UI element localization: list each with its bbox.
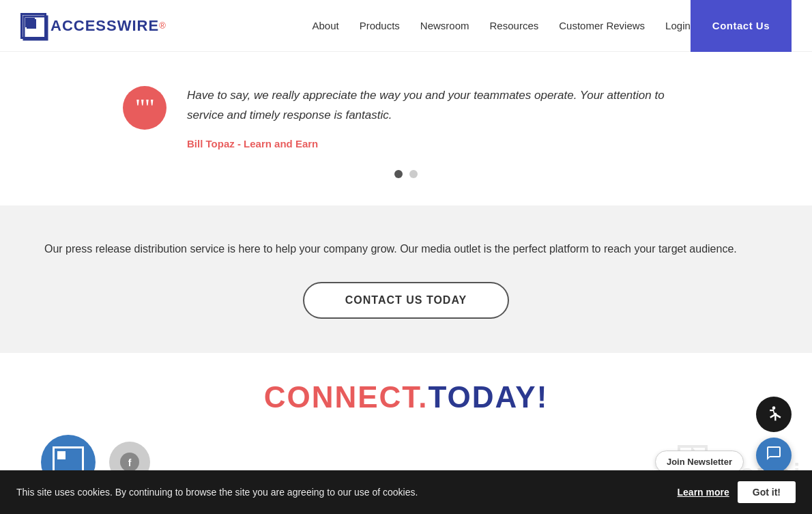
- svg-point-7: [772, 406, 776, 410]
- accessibility-button[interactable]: [756, 397, 792, 432]
- connect-word: CONNECT.: [264, 380, 429, 414]
- logo-registered: ®: [159, 20, 166, 31]
- nav-login[interactable]: Login: [665, 20, 691, 31]
- nav-products[interactable]: Products: [360, 20, 400, 31]
- svg-rect-1: [27, 19, 36, 29]
- footer-social-svg: f: [119, 452, 140, 472]
- quote-icon: [135, 100, 154, 116]
- today-word: TODAY!: [429, 380, 549, 414]
- cookie-message: This site uses cookies. By continuing to…: [16, 487, 669, 498]
- testimonial-section: Have to say, we really appreciate the wa…: [0, 52, 812, 205]
- nav-about[interactable]: About: [312, 20, 338, 31]
- cta-section: Our press release distribution service i…: [0, 205, 812, 353]
- logo-svg: [23, 15, 48, 41]
- navbar: ACCESSWIRE® About Products Newsroom Reso…: [0, 0, 812, 52]
- testimonial-author: Bill Topaz - Learn and Earn: [187, 138, 689, 149]
- carousel-dot-2[interactable]: [409, 170, 418, 178]
- cookie-got-it-button[interactable]: Got it!: [738, 481, 796, 503]
- carousel-dot-1[interactable]: [394, 170, 403, 178]
- cookie-banner: This site uses cookies. By continuing to…: [0, 470, 812, 514]
- testimonial-quote: Have to say, we really appreciate the wa…: [187, 86, 689, 126]
- carousel-dots: [123, 170, 689, 178]
- cookie-learn-more-link[interactable]: Learn more: [678, 487, 729, 498]
- chat-icon: [766, 445, 782, 466]
- svg-text:f: f: [128, 457, 132, 468]
- connect-section: CONNECT.TODAY!: [0, 353, 812, 428]
- logo[interactable]: ACCESSWIRE®: [20, 13, 166, 39]
- contact-us-today-button[interactable]: CONTACT US TODAY: [303, 282, 509, 319]
- connect-title: CONNECT.TODAY!: [41, 380, 771, 414]
- nav-customer-reviews[interactable]: Customer Reviews: [559, 20, 645, 31]
- nav-resources[interactable]: Resources: [490, 20, 539, 31]
- nav-links: About Products Newsroom Resources Custom…: [312, 20, 690, 32]
- nav-newsroom[interactable]: Newsroom: [420, 20, 469, 31]
- testimonial-content: Have to say, we really appreciate the wa…: [123, 86, 689, 149]
- logo-icon: [20, 13, 46, 39]
- logo-text: ACCESSWIRE: [50, 17, 159, 35]
- accessibility-icon: [764, 405, 783, 424]
- testimonial-text-block: Have to say, we really appreciate the wa…: [187, 86, 689, 149]
- quote-avatar: [123, 86, 166, 130]
- cta-description: Our press release distribution service i…: [44, 240, 768, 258]
- chat-button[interactable]: [756, 438, 792, 473]
- chat-svg: [766, 445, 782, 461]
- nav-contact-button[interactable]: Contact Us: [691, 0, 792, 52]
